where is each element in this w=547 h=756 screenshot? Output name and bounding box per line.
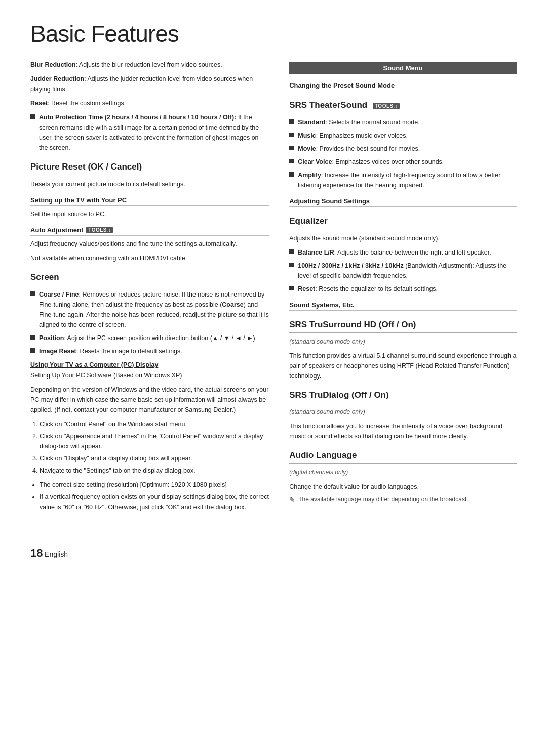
equalizer-bullets: Balance L/R: Adjusts the balance between… (289, 247, 517, 294)
srs-theater-heading: SRS TheaterSound TOOLS♫ (289, 100, 517, 113)
screen-coarse-text: Coarse / Fine: Removes or reduces pictur… (39, 289, 269, 330)
audio-lang-heading: Audio Language (289, 450, 517, 464)
picture-reset-heading: Picture Reset (OK / Cancel) (30, 162, 269, 175)
footer-language: English (45, 550, 68, 558)
srs-tru-note: (standard sound mode only) (289, 337, 517, 347)
bullet-icon (289, 146, 294, 150)
blur-reduction-text: Blur Reduction: Adjusts the blur reducti… (30, 60, 269, 70)
sound-systems-label: Sound Systems, Etc. (289, 301, 355, 309)
auto-protection-list: Auto Protection Time (2 hours / 4 hours … (30, 112, 269, 153)
pc-step-1: Click on "Control Panel" on the Windows … (40, 419, 269, 429)
srs-standard: Standard: Selects the normal sound mode. (289, 117, 517, 128)
setting-up-label: Setting up the TV with Your PC (30, 196, 127, 204)
auto-protection-text: Auto Protection Time (2 hours / 4 hours … (39, 112, 269, 153)
pc-dot-1: The correct size setting (resolution) [O… (40, 480, 269, 490)
bullet-icon (30, 114, 35, 119)
pc-dots-list: The correct size setting (resolution) [O… (30, 480, 269, 512)
auto-adj-heading: Auto Adjustment TOOLS♫ (30, 226, 269, 236)
pc-display-intro: Setting Up Your PC Software (Based on Wi… (30, 370, 269, 381)
bullet-icon (289, 286, 294, 290)
right-column: Sound Menu Changing the Preset Sound Mod… (289, 60, 517, 516)
changing-preset-heading: Changing the Preset Sound Mode (289, 81, 517, 91)
auto-adj-desc2: Not available when connecting with an HD… (30, 253, 269, 263)
pencil-icon: ✎ (289, 496, 295, 504)
footer-number: 18 (30, 547, 43, 559)
bullet-icon (289, 263, 294, 267)
auto-protection-item: Auto Protection Time (2 hours / 4 hours … (30, 112, 269, 153)
sound-systems-heading: Sound Systems, Etc. (289, 301, 517, 311)
bullet-icon (30, 335, 35, 340)
equalizer-desc: Adjusts the sound mode (standard sound m… (289, 233, 517, 243)
srs-movie: Movie: Provides the best sound for movie… (289, 144, 517, 154)
srs-dialog-note: (standard sound mode only) (289, 407, 517, 417)
picture-reset-desc: Resets your current picture mode to its … (30, 179, 269, 189)
adjusting-heading: Adjusting Sound Settings (289, 197, 517, 207)
judder-reduction-text: Judder Reduction: Adjusts the judder red… (30, 74, 269, 94)
auto-adj-label: Auto Adjustment (30, 226, 83, 234)
bullet-icon (30, 291, 35, 296)
changing-preset-label: Changing the Preset Sound Mode (289, 81, 395, 89)
tools-badge-auto: TOOLS♫ (86, 227, 113, 233)
left-column: Blur Reduction: Adjusts the blur reducti… (30, 60, 269, 516)
pc-display-desc: Depending on the version of Windows and … (30, 385, 269, 415)
bullet-icon (289, 133, 294, 137)
tools-badge-theater: TOOLS♫ (373, 103, 400, 109)
eq-reset: Reset: Resets the equalizer to its defau… (289, 284, 517, 294)
bullet-icon (289, 249, 294, 254)
srs-dialog-desc: This function allows you to increase the… (289, 421, 517, 441)
pc-step-4: Navigate to the "Settings" tab on the di… (40, 466, 269, 476)
screen-bullet-position: Position: Adjust the PC screen position … (30, 333, 269, 343)
bullet-icon (289, 172, 294, 177)
srs-amplify: Amplify: Increase the intensity of high-… (289, 170, 517, 190)
eq-freq: 100Hz / 300Hz / 1kHz / 3kHz / 10kHz (Ban… (289, 261, 517, 281)
pc-step-2: Click on "Appearance and Themes" in the … (40, 431, 269, 451)
audio-lang-pencil-text: The available language may differ depend… (298, 496, 468, 503)
auto-adj-desc1: Adjust frequency values/positions and fi… (30, 239, 269, 249)
screen-bullet-coarse: Coarse / Fine: Removes or reduces pictur… (30, 289, 269, 330)
audio-lang-pencil-note: ✎ The available language may differ depe… (289, 496, 517, 504)
screen-bullet-image-reset: Image Reset: Resets the image to default… (30, 346, 269, 356)
page-title: Basic Features (30, 20, 517, 48)
setting-up-desc: Set the input source to PC. (30, 209, 269, 219)
srs-theater-label: SRS TheaterSound (289, 100, 367, 110)
equalizer-heading: Equalizer (289, 216, 517, 229)
bullet-icon (30, 348, 35, 353)
screen-bullets: Coarse / Fine: Removes or reduces pictur… (30, 289, 269, 356)
setting-up-heading: Setting up the TV with Your PC (30, 196, 269, 206)
srs-clear-voice: Clear Voice: Emphasizes voices over othe… (289, 157, 517, 167)
pc-steps-list: Click on "Control Panel" on the Windows … (30, 419, 269, 476)
bullet-icon (289, 119, 294, 124)
adjusting-label: Adjusting Sound Settings (289, 197, 370, 205)
sound-menu-bar: Sound Menu (289, 62, 517, 74)
audio-lang-desc: Change the default value for audio langu… (289, 482, 517, 492)
screen-position-text: Position: Adjust the PC screen position … (39, 333, 257, 343)
srs-theater-bullets: Standard: Selects the normal sound mode.… (289, 117, 517, 190)
reset-text: Reset: Reset the custom settings. (30, 98, 269, 108)
srs-dialog-heading: SRS TruDialog (Off / On) (289, 390, 517, 403)
audio-lang-note: (digital channels only) (289, 468, 517, 477)
screen-heading: Screen (30, 272, 269, 285)
page-footer: 18 English (30, 547, 517, 560)
pc-dot-2: If a vertical-frequency option exists on… (40, 492, 269, 512)
eq-balance: Balance L/R: Adjusts the balance between… (289, 247, 517, 258)
srs-music: Music: Emphasizes music over voices. (289, 131, 517, 141)
srs-tru-desc: This function provides a virtual 5.1 cha… (289, 351, 517, 381)
screen-image-reset-text: Image Reset: Resets the image to default… (39, 346, 182, 356)
pc-step-3: Click on "Display" and a display dialog … (40, 453, 269, 464)
pc-display-heading: Using Your TV as a Computer (PC) Display (30, 361, 269, 368)
srs-tru-heading: SRS TruSurround HD (Off / On) (289, 320, 517, 333)
bullet-icon (289, 159, 294, 163)
